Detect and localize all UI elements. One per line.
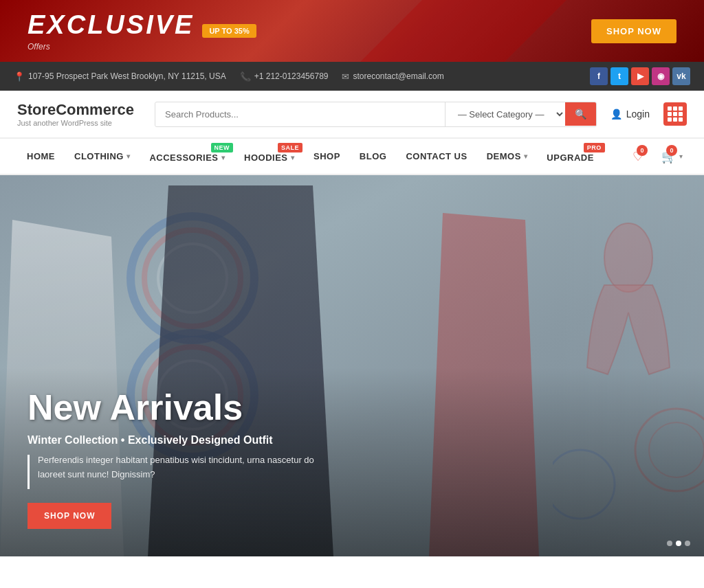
category-select[interactable]: — Select Category —	[445, 102, 565, 126]
address-item: 📍 107-95 Prospect Park West Brooklyn, NY…	[14, 71, 226, 82]
nav-home[interactable]: HOME	[17, 140, 65, 172]
accessories-dropdown-icon: ▾	[221, 154, 226, 161]
facebook-button[interactable]: f	[590, 67, 608, 85]
search-button[interactable]: 🔍	[565, 102, 596, 126]
banner-badge: UP TO 35%	[202, 24, 256, 38]
instagram-button[interactable]: ◉	[652, 67, 670, 85]
banner-shop-now-button[interactable]: SHOP NOW	[591, 19, 676, 43]
info-bar-left: 📍 107-95 Prospect Park West Brooklyn, NY…	[14, 71, 444, 82]
nav-hoodies[interactable]: SALE HOODIES ▾	[234, 139, 304, 174]
svg-point-6	[604, 223, 652, 292]
user-icon: 👤	[610, 109, 622, 120]
dot	[668, 106, 672, 111]
cart-button[interactable]: 🛒 0 ▾	[657, 149, 687, 164]
email-icon: ✉	[342, 71, 349, 82]
dot	[668, 117, 672, 122]
slide-dots	[667, 541, 690, 546]
info-bar: 📍 107-95 Prospect Park West Brooklyn, NY…	[0, 62, 704, 91]
cart-count: 0	[666, 145, 677, 156]
dot	[679, 106, 683, 111]
grid-dots	[668, 106, 683, 122]
wishlist-button[interactable]: ♡ 0	[628, 149, 648, 164]
header-right: 👤 Login	[610, 102, 687, 126]
nav-accessories[interactable]: NEW ACCESSORIES ▾	[140, 139, 234, 174]
logo-area: StoreCommerce Just another WordPress sit…	[17, 101, 141, 127]
top-banner: EXCLUSIVE Offers UP TO 35% SHOP NOW	[0, 0, 704, 62]
email-item: ✉ storecontact@email.com	[342, 71, 443, 82]
banner-exclusive-text: EXCLUSIVE Offers	[28, 10, 194, 52]
dot	[679, 112, 683, 116]
main-nav: HOME CLOTHING ▾ NEW ACCESSORIES ▾ SALE H…	[0, 138, 704, 175]
dot	[673, 112, 677, 116]
exclusive-label: EXCLUSIVE	[28, 10, 194, 39]
nav-upgrade[interactable]: PRO UPGRADE	[537, 139, 604, 174]
hero-section: New Arrivals Winter Collection • Exclusi…	[0, 175, 704, 556]
clothing-dropdown-icon: ▾	[126, 152, 131, 160]
dot	[668, 112, 672, 116]
wishlist-count: 0	[637, 145, 648, 156]
address-text: 107-95 Prospect Park West Brooklyn, NY 1…	[28, 71, 226, 81]
demos-dropdown-icon: ▾	[524, 152, 528, 160]
hero-subtitle: Winter Collection • Exclusively Designed…	[28, 434, 676, 446]
nav-right: ♡ 0 🛒 0 ▾	[628, 149, 687, 164]
login-label: Login	[626, 109, 650, 120]
hero-overlay: New Arrivals Winter Collection • Exclusi…	[0, 368, 704, 556]
twitter-button[interactable]: t	[610, 67, 628, 85]
banner-left: EXCLUSIVE Offers UP TO 35%	[28, 10, 256, 52]
upgrade-pro-badge: PRO	[584, 143, 605, 152]
dot	[679, 117, 683, 122]
slide-dot-3[interactable]	[685, 541, 690, 546]
search-bar: — Select Category — 🔍	[155, 102, 597, 127]
hero-shop-now-button[interactable]: SHOP NOW	[28, 503, 111, 529]
youtube-button[interactable]: ▶	[631, 67, 649, 85]
logo-tagline: Just another WordPress site	[17, 119, 141, 127]
hero-description-block: Perferendis integer habitant penatibus w…	[28, 453, 676, 489]
hoodies-dropdown-icon: ▾	[291, 154, 295, 161]
menu-grid-button[interactable]	[663, 102, 687, 126]
nav-clothing[interactable]: CLOTHING ▾	[65, 140, 140, 172]
slide-dot-2[interactable]	[676, 541, 681, 546]
vk-button[interactable]: vk	[672, 67, 690, 85]
social-icons: f t ▶ ◉ vk	[590, 67, 690, 85]
phone-icon: 📞	[240, 71, 251, 82]
slide-dot-1[interactable]	[667, 541, 672, 546]
login-button[interactable]: 👤 Login	[610, 109, 650, 120]
nav-contact-us[interactable]: CONTACT US	[396, 140, 476, 172]
search-input[interactable]	[155, 103, 445, 126]
phone-text: +1 212-0123456789	[254, 71, 329, 81]
dot	[673, 106, 677, 111]
header: StoreCommerce Just another WordPress sit…	[0, 91, 704, 138]
hero-line-decorator	[28, 455, 30, 489]
phone-item: 📞 +1 212-0123456789	[240, 71, 329, 82]
accessories-new-badge: NEW	[211, 143, 234, 152]
hero-description: Perferendis integer habitant penatibus w…	[38, 453, 327, 482]
hoodies-sale-badge: SALE	[278, 143, 302, 152]
offers-label: Offers	[28, 42, 50, 52]
nav-blog[interactable]: BLOG	[350, 140, 397, 172]
email-text: storecontact@email.com	[353, 71, 443, 81]
location-icon: 📍	[14, 71, 25, 82]
dot	[673, 117, 677, 122]
nav-shop[interactable]: SHOP	[304, 140, 350, 172]
hero-title: New Arrivals	[28, 388, 676, 427]
nav-demos[interactable]: DEMOS ▾	[477, 140, 538, 172]
logo-name[interactable]: StoreCommerce	[17, 101, 141, 119]
nav-left: HOME CLOTHING ▾ NEW ACCESSORIES ▾ SALE H…	[17, 139, 604, 174]
cart-dropdown-icon: ▾	[679, 152, 683, 160]
